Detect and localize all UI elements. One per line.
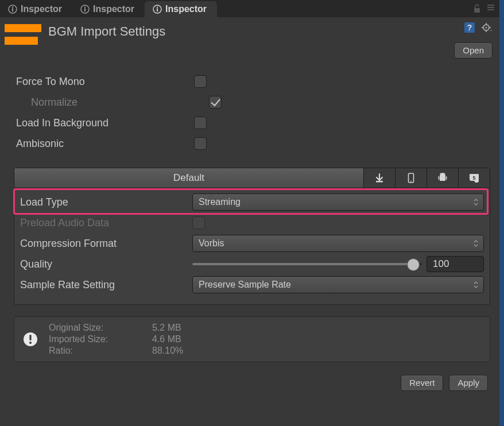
original-size-label: Original Size: <box>49 323 152 333</box>
asset-title: BGM Import Settings <box>48 24 165 39</box>
platform-tab-default[interactable]: Default <box>14 168 364 188</box>
chevron-updown-icon <box>473 280 479 289</box>
svg-rect-10 <box>487 5 494 6</box>
svg-rect-12 <box>487 9 494 10</box>
svg-rect-9 <box>474 8 480 13</box>
svg-rect-32 <box>29 335 31 340</box>
compression-format-dropdown[interactable]: Vorbis <box>192 235 484 252</box>
force-to-mono-label: Force To Mono <box>16 76 194 88</box>
ambisonic-label: Ambisonic <box>16 138 194 150</box>
svg-rect-5 <box>84 7 86 8</box>
sample-rate-label: Sample Rate Setting <box>20 279 192 291</box>
info-icon <box>153 5 162 14</box>
platform-tab-android[interactable] <box>427 168 459 188</box>
quality-slider[interactable] <box>192 263 422 265</box>
tab-label: Inspector <box>165 4 207 14</box>
original-size-value: 5.2 MB <box>152 323 227 333</box>
svg-rect-4 <box>84 9 86 12</box>
svg-rect-2 <box>12 7 13 8</box>
svg-point-33 <box>29 342 32 344</box>
load-in-background-label: Load In Background <box>16 117 194 129</box>
ratio-value: 88.10% <box>152 346 227 356</box>
force-to-mono-checkbox[interactable] <box>194 75 207 88</box>
tab-inspector-3[interactable]: Inspector <box>145 1 217 17</box>
info-icon <box>8 5 17 14</box>
inspector-window: Inspector Inspector Inspector <box>0 0 504 426</box>
platform-settings-panel: Load Type Streaming Preload Audio Data C… <box>14 188 490 305</box>
info-icon <box>80 5 90 14</box>
sample-rate-dropdown[interactable]: Preserve Sample Rate <box>192 276 484 293</box>
tab-label: Inspector <box>93 4 134 14</box>
chevron-updown-icon <box>473 239 479 248</box>
imported-size-value: 4.6 MB <box>152 334 227 344</box>
svg-text:?: ? <box>467 23 472 32</box>
svg-rect-25 <box>440 176 445 181</box>
imported-size-label: Imported Size: <box>49 334 152 344</box>
apply-button[interactable]: Apply <box>449 375 488 391</box>
svg-point-16 <box>485 26 487 28</box>
svg-point-24 <box>410 181 412 182</box>
lock-icon[interactable] <box>473 3 481 14</box>
tab-strip: Inspector Inspector Inspector <box>0 0 499 17</box>
gear-icon[interactable] <box>481 22 493 33</box>
load-in-background-checkbox[interactable] <box>194 117 207 129</box>
ratio-label: Ratio: <box>49 346 152 356</box>
svg-rect-7 <box>157 9 158 12</box>
footer-buttons: Revert Apply <box>0 362 499 391</box>
asset-header: BGM Import Settings ? <box>0 17 499 47</box>
help-icon[interactable]: ? <box>464 22 475 33</box>
warning-icon <box>22 331 38 347</box>
platform-tabs: Default 5 <box>14 168 490 188</box>
compression-format-value: Vorbis <box>199 238 224 249</box>
platform-tab-standalone[interactable] <box>364 168 396 188</box>
load-type-row: Load Type Streaming <box>20 192 484 212</box>
ambisonic-checkbox[interactable] <box>194 137 207 150</box>
normalize-label: Normalize <box>16 96 209 109</box>
load-type-value: Streaming <box>199 197 241 207</box>
tab-label: Inspector <box>21 4 62 14</box>
quality-label: Quality <box>20 258 192 270</box>
tabstrip-tools <box>473 3 495 14</box>
load-type-dropdown[interactable]: Streaming <box>192 193 484 211</box>
slider-knob[interactable] <box>407 258 420 271</box>
svg-text:5: 5 <box>472 175 475 181</box>
base-properties: Force To Mono Normalize Load In Backgrou… <box>0 64 499 160</box>
tab-inspector-1[interactable]: Inspector <box>0 1 72 17</box>
svg-rect-11 <box>487 7 494 8</box>
normalize-checkbox[interactable] <box>209 96 222 109</box>
svg-rect-26 <box>439 176 440 180</box>
sample-rate-value: Preserve Sample Rate <box>199 280 291 290</box>
import-info-box: Original Size: 5.2 MB Imported Size: 4.6… <box>14 316 490 362</box>
revert-button[interactable]: Revert <box>401 375 443 391</box>
svg-rect-1 <box>12 9 13 12</box>
tab-inspector-2[interactable]: Inspector <box>72 1 145 17</box>
platform-tab-ios[interactable] <box>396 168 427 188</box>
svg-point-21 <box>491 30 492 31</box>
svg-rect-8 <box>157 7 158 8</box>
quality-value-field[interactable]: 100 <box>427 256 484 272</box>
panel-menu-icon[interactable] <box>487 3 495 14</box>
platform-tab-webgl[interactable]: 5 <box>459 168 490 188</box>
compression-format-label: Compression Format <box>20 238 192 250</box>
preload-audio-checkbox <box>192 216 205 229</box>
svg-rect-22 <box>376 181 383 183</box>
preload-audio-label: Preload Audio Data <box>20 217 192 229</box>
chevron-updown-icon <box>473 197 479 207</box>
load-type-label: Load Type <box>20 196 192 208</box>
svg-rect-27 <box>446 176 447 180</box>
audio-thumbnail <box>5 22 41 47</box>
